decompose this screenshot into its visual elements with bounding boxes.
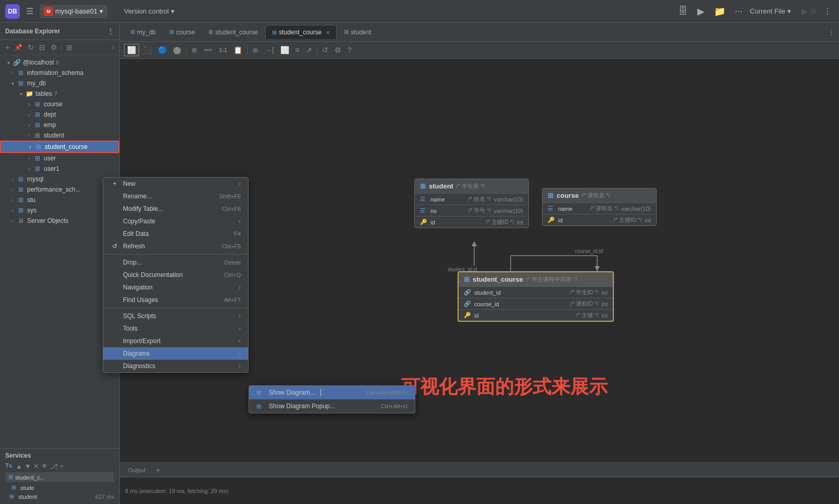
copy-icon[interactable]: 📋 <box>231 44 245 56</box>
project-selector[interactable]: M mysql-base01 ▾ <box>40 5 107 18</box>
menu-item-navigation[interactable]: Navigation › <box>103 281 248 294</box>
database-icon[interactable]: 🗄 <box>675 4 691 19</box>
tree-item-my-db[interactable]: ▾ ⊞ my_db <box>0 78 119 89</box>
run-icon[interactable]: ▶ <box>694 4 708 19</box>
toggle-icon[interactable]: › <box>8 187 17 193</box>
version-control-button[interactable]: Version control ▾ <box>120 5 179 17</box>
service-row-stude[interactable]: ⊞ stude <box>5 483 114 492</box>
student-table-card[interactable]: ⊞ student /* 学生表 */ ☰ name /* 姓名 */ varc… <box>414 179 529 228</box>
settings-diagram-icon[interactable]: ⚙ <box>332 44 344 56</box>
toggle-icon[interactable]: › <box>26 144 34 150</box>
tree-item-user1[interactable]: › ⊞ user1 <box>0 163 119 174</box>
menu-item-copy-paste[interactable]: Copy/Paste › <box>103 215 248 228</box>
toggle-icon[interactable]: › <box>25 133 33 138</box>
up-icon[interactable]: ▲ <box>16 462 22 470</box>
service-row-student-course[interactable]: ⊞ student_c... <box>5 472 114 482</box>
node-tool-icon[interactable]: ⬤ <box>170 44 184 56</box>
toggle-icon[interactable]: › <box>8 177 17 182</box>
add-icon[interactable]: ⊕ <box>189 44 200 56</box>
menu-item-import-export[interactable]: Import/Export › <box>103 335 248 347</box>
tab-student-course-1[interactable]: ⊞ student_course <box>202 26 264 39</box>
toggle-icon[interactable]: › <box>8 197 17 203</box>
toggle-icon[interactable]: › <box>8 218 17 224</box>
topbar-overflow-button[interactable]: ⋮ <box>821 4 834 18</box>
play-button[interactable]: ▶ <box>801 6 808 16</box>
tree-collapse-icon[interactable]: › <box>110 43 116 52</box>
tree-item-mysql[interactable]: › ⊞ mysql <box>0 174 119 184</box>
grid-icon[interactable]: ⊞ <box>64 42 75 53</box>
branch-icon[interactable]: ⎇ <box>50 462 58 470</box>
select-tool-icon[interactable]: ⬜ <box>124 44 139 56</box>
refresh-sidebar-icon[interactable]: ↻ <box>26 42 36 53</box>
arrow-to-icon[interactable]: →| <box>262 44 277 56</box>
tree-item-server-objects[interactable]: › 🖥 Server Objects <box>0 216 119 226</box>
toggle-icon[interactable]: › <box>25 166 33 172</box>
tree-item-performance-schema[interactable]: › ⊞ performance_sch... <box>0 184 119 195</box>
menu-item-edit-data[interactable]: Edit Data F4 <box>103 228 248 240</box>
route-tool-icon[interactable]: 🔵 <box>155 44 169 56</box>
bottom-tab-output[interactable]: Output <box>124 465 150 475</box>
tree-item-tables[interactable]: ▾ 📁 tables 7 <box>0 89 119 99</box>
down-icon[interactable]: ▼ <box>24 462 31 470</box>
toggle-icon[interactable]: › <box>25 156 33 161</box>
tab-course[interactable]: ⊞ course <box>163 26 201 39</box>
close-icon[interactable]: ✕ <box>33 462 39 470</box>
add-service-icon[interactable]: + <box>60 462 64 470</box>
tab-student-course-diagram[interactable]: ⊞ student_course ✕ <box>265 25 337 39</box>
toggle-icon[interactable]: › <box>8 70 17 76</box>
course-table-card[interactable]: ⊞ course /* 课程表 */ ☰ name /* 课程名 */ varc… <box>542 188 657 226</box>
menu-item-quick-doc[interactable]: Quick Documentation Ctrl+Q <box>103 269 248 281</box>
toggle-icon[interactable]: › <box>25 122 33 128</box>
tree-item-emp[interactable]: › ⊞ emp <box>0 120 119 130</box>
menu-item-find-usages[interactable]: Find Usages Alt+F7 <box>103 294 248 306</box>
toggle-icon[interactable]: ▾ <box>4 60 13 66</box>
tree-item-student[interactable]: › ⊞ student <box>0 130 119 141</box>
menu-item-sql-scripts[interactable]: SQL Scripts › <box>103 310 248 322</box>
sidebar-options-icon[interactable]: ⋮ <box>107 27 114 35</box>
tree-item-student-course[interactable]: › ⊞ student_course <box>0 141 119 153</box>
menu-item-diagrams[interactable]: Diagrams › <box>103 347 248 360</box>
tab-student[interactable]: ⊞ student <box>338 26 377 39</box>
submenu-item-show-diagram-popup[interactable]: ⊞ Show Diagram Popup... Ctrl+Alt+U <box>249 399 415 413</box>
tree-item-stu[interactable]: › ⊞ stu <box>0 195 119 205</box>
tree-item-user[interactable]: › ⊞ user <box>0 153 119 163</box>
toggle-icon[interactable]: ▾ <box>8 81 17 86</box>
menu-item-tools[interactable]: Tools › <box>103 322 248 335</box>
remove-icon[interactable]: ➖ <box>201 44 215 56</box>
frame-icon[interactable]: ⬜ <box>278 44 292 56</box>
settings-button[interactable]: ⚙ <box>810 6 817 16</box>
collapse-all-icon[interactable]: ⊟ <box>37 42 47 53</box>
submenu-item-show-diagram[interactable]: ⊞ Show Diagram... Ctrl+Alt+Shift+U <box>249 386 415 399</box>
toggle-icon[interactable]: ▾ <box>17 91 25 97</box>
tab-my-db[interactable]: ⊞ my_db <box>124 26 162 39</box>
hand-tool-icon[interactable]: ⬛ <box>140 44 154 56</box>
menu-item-rename[interactable]: Rename... Shift+F6 <box>103 190 248 203</box>
add-datasource-icon[interactable]: + <box>3 42 11 53</box>
one-to-one-icon[interactable]: 1:1 <box>216 45 230 55</box>
tab-close-icon[interactable]: ✕ <box>326 30 330 35</box>
more-topbar-icon[interactable]: ··· <box>732 4 746 19</box>
tree-item-course[interactable]: › ⊞ course <box>0 99 119 109</box>
help-icon[interactable]: ? <box>345 44 354 56</box>
student-course-table-card[interactable]: ⊞ student_course /* 学生课程中间表 */ 🔗 student… <box>458 271 614 322</box>
toggle-icon[interactable]: › <box>8 208 17 213</box>
tree-item-dept[interactable]: › ⊞ dept <box>0 109 119 120</box>
properties-icon[interactable]: ⚙ <box>48 42 59 53</box>
toggle-icon[interactable]: › <box>25 102 33 107</box>
service-row-student[interactable]: ⊞ student 627 ms <box>5 492 114 501</box>
hamburger-menu[interactable]: ☰ <box>24 4 35 18</box>
list-icon[interactable]: ≡ <box>293 44 302 56</box>
eye-icon[interactable]: 👁 <box>41 462 48 470</box>
tab-overflow-icon[interactable]: ⋮ <box>828 28 835 36</box>
menu-item-refresh[interactable]: ↺ Refresh Ctrl+F5 <box>103 240 248 253</box>
tree-item-localhost[interactable]: ▾ 🔗 @localhost 6 <box>0 57 119 68</box>
menu-item-diagnostics[interactable]: Diagnostics › <box>103 360 248 372</box>
tree-item-information-schema[interactable]: › ⊞ information_schema <box>0 68 119 78</box>
export-icon[interactable]: ↗ <box>303 44 315 56</box>
folder-icon[interactable]: 📁 <box>711 4 729 19</box>
tree-item-sys[interactable]: › ⊞ sys <box>0 205 119 216</box>
menu-item-new[interactable]: + New › <box>103 178 248 190</box>
toggle-icon[interactable]: › <box>25 112 33 118</box>
current-file-selector[interactable]: Current File ▾ <box>750 7 791 15</box>
fork-icon[interactable]: ⊕ <box>250 44 261 56</box>
